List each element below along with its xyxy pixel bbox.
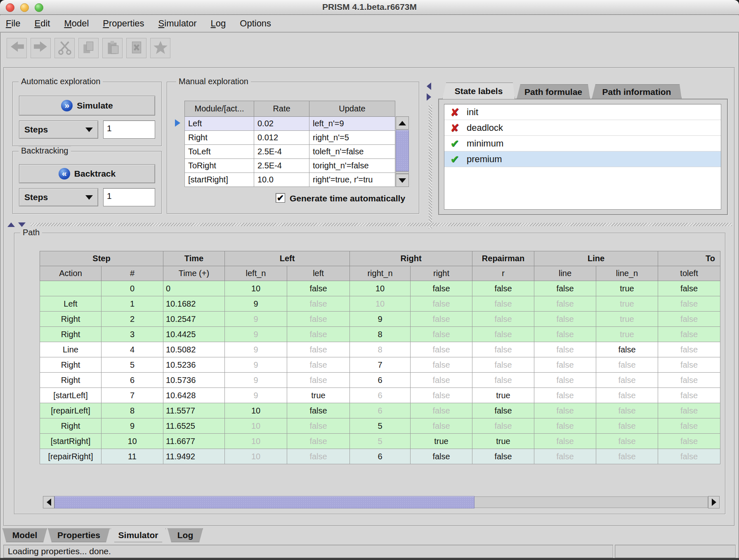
path-cell[interactable]: false [411,449,472,464]
path-cell[interactable]: true [411,434,472,449]
path-cell[interactable]: false [534,388,596,403]
path-cell[interactable]: true [596,312,658,327]
path-cell[interactable]: false [472,327,534,342]
path-cell[interactable]: false [534,327,596,342]
path-column-header[interactable]: left [287,266,350,281]
manual-scroll-up-button[interactable] [396,116,409,130]
path-cell[interactable]: false [287,418,350,434]
path-column-header[interactable]: Time (+) [163,266,225,281]
path-cell[interactable]: false [411,312,472,327]
manual-transition-row[interactable]: Right0.012right_n'=5 [185,131,395,145]
path-cell[interactable]: 10.5736 [163,373,225,388]
path-step-row[interactable]: [startRight]1011.667710false5truetruefal… [40,434,720,449]
manual-cell-update[interactable]: left_n'=9 [309,117,395,131]
path-cell[interactable]: 5 [350,418,411,434]
path-cell[interactable]: false [534,418,596,434]
path-step-row[interactable]: Left110.16829false10falsefalsefalsetruef… [40,296,720,312]
path-cell[interactable]: 11.6525 [163,418,225,434]
path-cell[interactable]: 10.5082 [163,342,225,357]
path-cell[interactable]: false [658,388,720,403]
tab-simulator[interactable]: Simulator [111,528,166,542]
path-cell[interactable]: 9 [225,373,287,388]
path-cell[interactable]: 10.2547 [163,312,225,327]
path-cell[interactable]: false [658,357,720,373]
path-cell[interactable]: 10 [225,403,287,418]
path-cell[interactable]: false [411,418,472,434]
path-cell[interactable]: 2 [102,312,163,327]
manual-cell-rate[interactable]: 10.0 [254,173,309,187]
tab-path-information[interactable]: Path information [592,84,682,99]
path-cell[interactable]: false [596,342,658,357]
path-scroll-right-button[interactable] [708,496,720,508]
path-step-row[interactable]: Right610.57369false6falsefalsefalsefalse… [40,373,720,388]
path-cell[interactable]: 10 [350,296,411,312]
path-cell[interactable]: false [472,403,534,418]
path-cell[interactable]: false [411,373,472,388]
tab-state-labels[interactable]: State labels [442,83,515,99]
manual-cell-update[interactable]: right_n'=5 [309,131,395,145]
path-column-header[interactable]: Action [40,266,102,281]
path-cell[interactable]: false [411,296,472,312]
state-label-item[interactable]: ✔premium [444,151,721,167]
path-cell[interactable]: true [287,388,350,403]
path-cell[interactable]: false [287,434,350,449]
horizontal-splitter[interactable] [5,222,734,227]
manual-scrollbar-thumb[interactable] [396,130,409,171]
backtrack-steps-combo[interactable]: Steps [19,188,98,206]
manual-cell-rate[interactable]: 0.012 [254,131,309,145]
path-column-header[interactable]: # [102,266,163,281]
path-cell[interactable]: 7 [102,388,163,403]
path-cell[interactable]: 8 [350,342,411,357]
path-cell[interactable]: 10 [225,449,287,464]
path-cell[interactable]: false [596,418,658,434]
path-cell[interactable]: false [534,312,596,327]
path-cell[interactable]: 10.6428 [163,388,225,403]
path-cell[interactable]: false [287,373,350,388]
path-step-row[interactable]: [startLeft]710.64289true6falsetruefalsef… [40,388,720,403]
state-label-item[interactable]: ✘deadlock [444,120,721,136]
path-cell[interactable]: false [472,281,534,296]
path-cell[interactable]: 0 [163,281,225,296]
tab-properties[interactable]: Properties [48,528,110,542]
path-cell[interactable]: [repairRight] [40,449,102,464]
path-cell[interactable]: false [472,357,534,373]
manual-col-update[interactable]: Update [309,101,395,117]
path-cell[interactable]: 10 [350,281,411,296]
path-cell[interactable]: 6 [350,449,411,464]
menu-options[interactable]: Options [240,18,271,29]
path-cell[interactable]: Left [40,296,102,312]
path-column-header[interactable]: r [472,266,534,281]
paste-button[interactable] [102,38,123,58]
path-cell[interactable]: false [287,327,350,342]
path-cell[interactable]: Right [40,327,102,342]
path-column-header[interactable]: left_n [225,266,287,281]
path-cell[interactable]: 10 [225,434,287,449]
path-cell[interactable]: false [411,388,472,403]
path-cell[interactable]: false [287,449,350,464]
path-cell[interactable]: false [534,449,596,464]
simulate-steps-input[interactable]: 1 [103,121,155,139]
path-column-header[interactable]: right_n [350,266,411,281]
path-cell[interactable]: 9 [350,312,411,327]
path-cell[interactable]: false [534,281,596,296]
tab-log[interactable]: Log [168,528,203,542]
path-cell[interactable]: false [411,357,472,373]
collapse-right-icon[interactable] [427,93,431,101]
backtrack-button[interactable]: « Backtrack [19,164,155,183]
menu-model[interactable]: Model [64,18,89,29]
path-cell[interactable]: 9 [225,312,287,327]
manual-cell-module[interactable]: Right [185,131,254,145]
manual-cell-module[interactable]: ToRight [185,159,254,173]
state-labels-list[interactable]: ✘init✘deadlock✔minimum✔premium [444,104,721,210]
undo-button[interactable] [7,38,27,58]
path-cell[interactable]: false [287,357,350,373]
cut-button[interactable] [54,38,75,58]
collapse-up-icon[interactable] [7,222,15,227]
delete-button[interactable] [126,38,146,58]
path-cell[interactable]: 11 [102,449,163,464]
collapse-down-icon[interactable] [18,222,26,227]
path-cell[interactable]: 6 [102,373,163,388]
menu-log[interactable]: Log [211,18,226,29]
path-step-row[interactable]: Right210.25479false9falsefalsefalsetruef… [40,312,720,327]
manual-cell-update[interactable]: toright_n'=false [309,159,395,173]
